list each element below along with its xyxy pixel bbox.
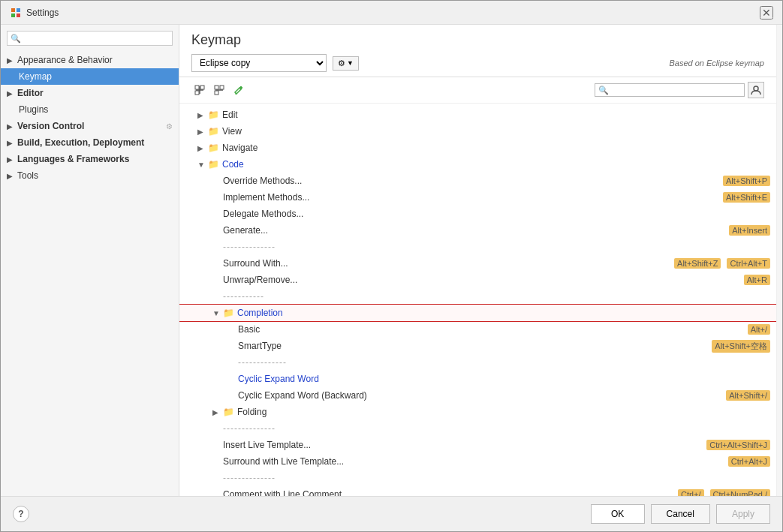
shortcut-badge: Alt+Shift+E — [723, 192, 770, 203]
chevron-right-icon: ▶ — [7, 56, 13, 65]
tree-row[interactable]: ▶ SmartType Alt+Shift+空格 — [179, 338, 776, 354]
tree-row[interactable]: ▼ 📁 Code — [179, 156, 776, 173]
tree-row[interactable]: ▶ Delegate Methods... — [179, 206, 776, 222]
chevron-right-icon: ▶ — [197, 111, 205, 119]
tree-item-label: Edit — [222, 110, 770, 120]
keymap-tree[interactable]: ▶ 📁 Edit ▶ 📁 View ▶ 📁 Navigate ▼ 📁 — [179, 104, 776, 496]
search-wrap: 🔍 — [595, 83, 745, 97]
keymap-select[interactable]: Eclipse copy — [191, 54, 327, 72]
keymap-actions-bar: 🔍 — [179, 77, 776, 104]
shortcut-badge: Alt+Insert — [729, 225, 770, 236]
shortcut-badge: Ctrl+Alt+Shift+J — [706, 440, 770, 450]
shortcut-badge: Alt+Shift+P — [723, 176, 770, 186]
sidebar-item-build[interactable]: ▶ Build, Execution, Deployment — [1, 134, 179, 151]
tree-item-label: Comment with Line Comment — [223, 489, 675, 496]
shortcut-badge: Alt+R — [744, 275, 770, 285]
shortcut-group: Ctrl+Alt+J — [725, 456, 770, 467]
chevron-right-icon: ▶ — [7, 155, 13, 164]
tree-row[interactable]: ▶ Cyclic Expand Word — [179, 371, 776, 387]
ok-button[interactable]: OK — [591, 504, 645, 524]
app-icon — [10, 7, 22, 19]
tree-row[interactable]: ▶ Cyclic Expand Word (Backward) Alt+Shif… — [179, 387, 776, 404]
tree-item-label: Cyclic Expand Word (Backward) — [238, 390, 723, 401]
title-bar-left: Settings — [10, 7, 59, 19]
title-bar: Settings ✕ — [1, 1, 782, 25]
sidebar-item-appearance[interactable]: ▶ Appearance & Behavior — [1, 52, 179, 68]
help-button[interactable]: ? — [13, 506, 29, 522]
svg-rect-1 — [17, 8, 20, 12]
tree-row[interactable]: ▼ 📁 Completion — [179, 305, 776, 321]
svg-rect-2 — [11, 14, 15, 17]
tree-item-label: Delegate Methods... — [223, 209, 770, 219]
gear-icon: ⚙ — [338, 59, 345, 68]
sidebar-item-version-control[interactable]: ▶ Version Control ⚙ — [1, 118, 179, 134]
shortcut-badge: Alt+/ — [748, 324, 770, 335]
tree-item-label: SmartType — [238, 341, 709, 351]
keymap-search-input[interactable] — [595, 83, 745, 97]
tree-row[interactable]: ▶ 📁 View — [179, 123, 776, 140]
expand-all-button[interactable] — [191, 82, 208, 98]
keymap-toolbar: Eclipse copy ⚙ ▼ Based on Eclipse keymap — [191, 54, 764, 72]
tree-row[interactable]: ▶ 📁 Edit — [179, 107, 776, 123]
tree-row[interactable]: ▶ Generate... Alt+Insert — [179, 222, 776, 239]
svg-rect-6 — [195, 86, 199, 89]
chevron-right-icon: ▶ — [212, 408, 220, 416]
shortcut-group: Ctrl+Alt+Shift+J — [703, 440, 770, 450]
tree-row[interactable]: ▶ Basic Alt+/ — [179, 321, 776, 338]
person-button[interactable] — [748, 82, 764, 98]
sidebar-item-editor[interactable]: ▶ Editor — [1, 85, 179, 101]
sidebar-item-plugins[interactable]: Plugins — [1, 101, 179, 118]
shortcut-badge: Ctrl+NumPad / — [710, 489, 770, 496]
edit-shortcut-button[interactable] — [230, 82, 247, 98]
based-on-label: Based on Eclipse keymap — [669, 59, 764, 68]
separator-label: -------------- — [223, 423, 770, 434]
chevron-right-icon: ▶ — [197, 128, 205, 136]
tree-row[interactable]: ▶ 📁 Folding — [179, 404, 776, 420]
tree-item-label: Folding — [237, 407, 770, 417]
folder-icon: 📁 — [208, 110, 219, 120]
sidebar-label: Keymap — [19, 71, 173, 82]
collapse-all-button[interactable] — [211, 82, 227, 98]
tree-row[interactable]: ▶ Override Methods... Alt+Shift+P — [179, 173, 776, 189]
tree-row[interactable]: ▶ Insert Live Template... Ctrl+Alt+Shift… — [179, 437, 776, 453]
tree-row: ▶ ------------- — [179, 354, 776, 371]
sidebar-label: Version Control — [17, 121, 163, 131]
main-content: 🔍 ▶ Appearance & Behavior Keymap ▶ Edito… — [1, 25, 782, 496]
right-bar — [776, 25, 782, 496]
search-icon: 🔍 — [598, 86, 609, 95]
tree-row: ▶ -------------- — [179, 470, 776, 486]
sidebar-item-tools[interactable]: ▶ Tools — [1, 167, 179, 184]
separator-label: ------------- — [238, 357, 770, 368]
shortcut-badge: Alt+Shift+空格 — [712, 340, 770, 353]
close-button[interactable]: ✕ — [760, 6, 773, 20]
window-title: Settings — [26, 8, 59, 18]
tree-item-label: Implement Methods... — [223, 192, 720, 203]
keymap-search-field: 🔍 — [595, 82, 764, 98]
cancel-button[interactable]: Cancel — [651, 504, 710, 524]
tree-item-label: Unwrap/Remove... — [223, 275, 741, 285]
collapse-all-icon — [214, 85, 224, 95]
keymap-gear-button[interactable]: ⚙ ▼ — [333, 56, 359, 71]
tree-row[interactable]: ▶ Surround With... Alt+Shift+Z Ctrl+Alt+… — [179, 255, 776, 272]
sidebar-search-box[interactable]: 🔍 — [7, 31, 173, 46]
tree-row[interactable]: ▶ Unwrap/Remove... Alt+R — [179, 272, 776, 288]
chevron-right-icon: ▶ — [7, 139, 13, 147]
tree-item-label: Generate... — [223, 225, 726, 236]
tree-item-label: Surround with Live Template... — [223, 456, 725, 467]
sidebar-item-languages[interactable]: ▶ Languages & Frameworks — [1, 151, 179, 167]
apply-button[interactable]: Apply — [716, 504, 770, 524]
sidebar-search-input[interactable] — [7, 31, 173, 46]
shortcut-group: Ctrl+/ Ctrl+NumPad / — [675, 489, 770, 496]
tree-row: ▶ -------------- — [179, 239, 776, 255]
search-icon: 🔍 — [11, 34, 21, 44]
tree-row[interactable]: ▶ Surround with Live Template... Ctrl+Al… — [179, 453, 776, 470]
main-header: Keymap Eclipse copy ⚙ ▼ Based on Eclipse… — [179, 25, 776, 77]
tree-row[interactable]: ▶ Implement Methods... Alt+Shift+E — [179, 189, 776, 206]
tree-row[interactable]: ▶ 📁 Navigate — [179, 140, 776, 156]
chevron-right-icon: ▶ — [7, 172, 13, 180]
tree-item-label: Cyclic Expand Word — [238, 374, 770, 384]
shortcut-group: Alt+Shift+P — [720, 176, 770, 186]
sidebar-item-keymap[interactable]: Keymap — [1, 68, 179, 85]
person-icon — [751, 85, 761, 95]
tree-row[interactable]: ▶ Comment with Line Comment Ctrl+/ Ctrl+… — [179, 486, 776, 496]
